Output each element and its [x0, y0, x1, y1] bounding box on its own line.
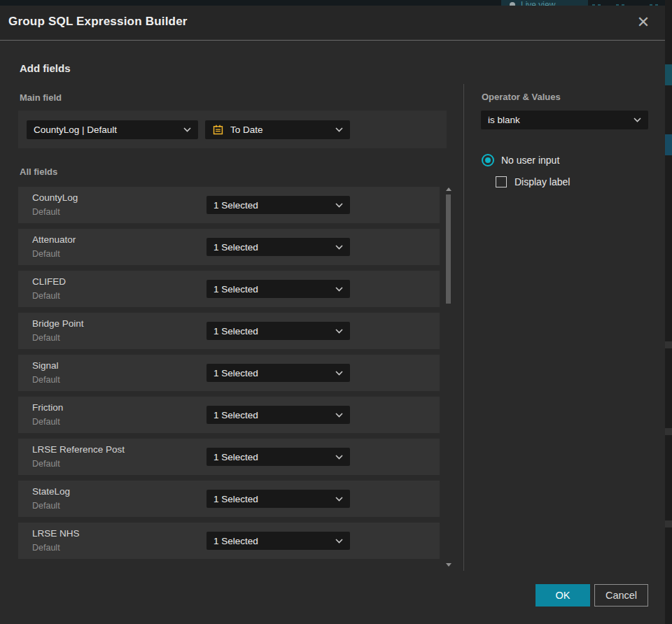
dialog-titlebar: Group SQL Expression Builder ✕ [0, 6, 665, 41]
chevron-down-icon [335, 371, 343, 376]
no-user-input-radio[interactable]: No user input [482, 154, 559, 166]
chevron-down-icon [335, 413, 343, 418]
field-selection-dropdown[interactable]: 1 Selected [206, 280, 350, 298]
chevron-down-icon [335, 245, 343, 250]
chevron-down-icon [335, 329, 343, 334]
radio-selected-icon [482, 154, 494, 166]
background-fragment [665, 341, 672, 348]
chevron-down-icon [183, 127, 191, 132]
live-view-label: Live view [521, 0, 555, 6]
field-subtitle: Default [32, 501, 60, 511]
scroll-up-icon[interactable] [446, 187, 451, 191]
display-label-text: Display label [514, 176, 570, 187]
main-field-dropdown[interactable]: CountyLog | Default [27, 120, 198, 139]
chevron-down-icon [335, 539, 343, 544]
display-label-checkbox[interactable]: Display label [496, 176, 570, 187]
scrollbar-thumb[interactable] [446, 194, 451, 304]
background-fragment [665, 520, 672, 527]
date-field-dropdown[interactable]: To Date [205, 120, 350, 139]
field-selection-dropdown[interactable]: 1 Selected [206, 532, 350, 550]
field-selection-dropdown[interactable]: 1 Selected [206, 322, 350, 340]
chevron-down-icon [335, 127, 343, 132]
dialog-title: Group SQL Expression Builder [8, 15, 188, 29]
field-selection-dropdown[interactable]: 1 Selected [206, 448, 350, 466]
all-fields-label: All fields [20, 166, 57, 177]
field-row: Attenuator Default 1 Selected [18, 229, 440, 265]
field-subtitle: Default [32, 333, 60, 343]
pause-icon [592, 0, 603, 6]
field-name: Signal [32, 360, 59, 371]
field-row: CLIFED Default 1 Selected [18, 271, 440, 307]
field-selection-value: 1 Selected [214, 494, 335, 504]
operator-dropdown[interactable]: is blank [481, 111, 648, 129]
field-name: Attenuator [32, 234, 76, 245]
field-name: LRSE Reference Post [32, 444, 125, 455]
field-selection-value: 1 Selected [214, 200, 335, 211]
date-field-dropdown-value: To Date [230, 125, 335, 135]
field-subtitle: Default [32, 249, 60, 259]
field-row: Bridge Point Default 1 Selected [18, 313, 440, 349]
field-selection-value: 1 Selected [214, 410, 335, 420]
all-fields-list: CountyLog Default 1 Selected Attenuator … [18, 187, 440, 565]
background-app-top-strip: Live view [0, 0, 672, 6]
field-row: LRSE Reference Post Default 1 Selected [18, 439, 440, 475]
field-name: Bridge Point [32, 318, 84, 329]
list-scrollbar[interactable] [444, 183, 454, 568]
field-subtitle: Default [32, 207, 60, 217]
background-fragment [665, 64, 672, 85]
chevron-down-icon [335, 497, 343, 502]
scroll-down-icon[interactable] [446, 563, 451, 567]
main-field-label: Main field [20, 92, 62, 103]
field-row: Friction Default 1 Selected [18, 397, 440, 433]
field-subtitle: Default [32, 459, 60, 469]
field-subtitle: Default [32, 543, 60, 553]
field-selection-value: 1 Selected [214, 452, 335, 462]
pause-icon [650, 0, 661, 6]
field-name: Friction [32, 402, 63, 413]
field-subtitle: Default [32, 417, 60, 427]
no-user-input-label: No user input [501, 155, 559, 166]
field-selection-dropdown[interactable]: 1 Selected [206, 490, 350, 508]
field-selection-value: 1 Selected [214, 284, 335, 295]
panel-divider [463, 84, 464, 571]
field-name: CountyLog [32, 192, 78, 203]
cancel-button[interactable]: Cancel [594, 584, 648, 607]
field-subtitle: Default [32, 291, 60, 301]
chevron-down-icon [335, 203, 343, 208]
operator-dropdown-value: is blank [488, 115, 634, 125]
operator-values-label: Operator & Values [482, 92, 561, 102]
field-selection-dropdown[interactable]: 1 Selected [206, 406, 350, 424]
field-selection-dropdown[interactable]: 1 Selected [206, 238, 350, 256]
chevron-down-icon [335, 455, 343, 460]
field-selection-value: 1 Selected [214, 326, 335, 336]
field-name: LRSE NHS [32, 528, 80, 539]
field-subtitle: Default [32, 375, 60, 385]
main-field-container: CountyLog | Default To Date [18, 111, 447, 148]
field-selection-value: 1 Selected [214, 368, 335, 378]
field-row: Signal Default 1 Selected [18, 355, 440, 391]
background-fragment [665, 428, 672, 435]
pause-icon [616, 0, 627, 6]
chevron-down-icon [634, 118, 641, 122]
checkbox-unchecked-icon [496, 176, 507, 187]
chevron-down-icon [335, 287, 343, 292]
field-selection-value: 1 Selected [214, 242, 335, 253]
field-selection-dropdown[interactable]: 1 Selected [206, 364, 350, 382]
calendar-icon [212, 124, 224, 136]
background-app-right-strip [665, 0, 672, 624]
field-row: LRSE NHS Default 1 Selected [18, 523, 440, 559]
field-row: CountyLog Default 1 Selected [18, 187, 440, 223]
field-selection-value: 1 Selected [214, 536, 335, 546]
field-selection-dropdown[interactable]: 1 Selected [206, 196, 350, 214]
ok-button[interactable]: OK [536, 584, 590, 607]
main-field-dropdown-value: CountyLog | Default [34, 125, 183, 135]
field-row: StateLog Default 1 Selected [18, 481, 440, 517]
close-icon[interactable]: ✕ [634, 13, 652, 31]
field-name: StateLog [32, 486, 70, 497]
group-sql-expression-builder-dialog: Group SQL Expression Builder ✕ Add field… [0, 6, 665, 624]
field-name: CLIFED [32, 276, 66, 287]
add-fields-heading: Add fields [20, 62, 71, 74]
background-fragment [665, 134, 672, 155]
live-view-button[interactable]: Live view [501, 0, 588, 6]
